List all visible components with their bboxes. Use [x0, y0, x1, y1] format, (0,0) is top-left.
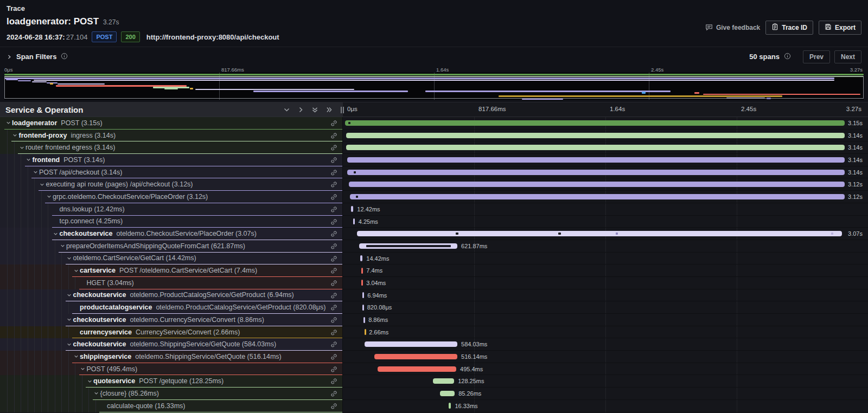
expand-chevron-icon[interactable]: [93, 391, 100, 396]
span-bar[interactable]: [346, 145, 845, 150]
expand-chevron-icon[interactable]: [4, 120, 12, 125]
span-link-icon[interactable]: [330, 328, 337, 338]
give-feedback-link[interactable]: Give feedback: [705, 21, 760, 35]
panel-resize-handle[interactable]: [341, 107, 345, 113]
span-bar[interactable]: [365, 341, 457, 347]
span-link-icon[interactable]: [330, 169, 337, 178]
span-row[interactable]: HGET (3.04ms)3.04ms: [0, 277, 868, 289]
trace-id-button[interactable]: Trace ID: [765, 21, 813, 35]
span-bar[interactable]: [362, 305, 364, 311]
span-row[interactable]: checkoutserviceoteldemo.ShippingService/…: [0, 338, 868, 351]
expand-chevron-icon[interactable]: [72, 354, 80, 359]
minimap-viewport-frame[interactable]: [4, 76, 864, 99]
span-bar[interactable]: [365, 329, 366, 335]
span-bar[interactable]: [378, 366, 456, 372]
prev-button[interactable]: Prev: [803, 50, 830, 63]
span-link-icon[interactable]: [330, 205, 337, 215]
span-row[interactable]: grpc.oteldemo.CheckoutService/PlaceOrder…: [0, 191, 868, 203]
next-button[interactable]: Next: [834, 50, 861, 63]
span-bar[interactable]: [349, 182, 845, 187]
span-row[interactable]: POST (495.4ms)495.4ms: [0, 363, 868, 376]
span-bar[interactable]: [347, 157, 845, 163]
span-row[interactable]: frontendPOST (3.14s)3.14s: [0, 154, 868, 166]
span-row[interactable]: loadgeneratorPOST (3.15s)3.15s: [0, 117, 868, 130]
expand-chevron-icon[interactable]: [45, 194, 53, 199]
expand-chevron-icon[interactable]: [52, 231, 60, 236]
span-link-icon[interactable]: [330, 402, 337, 412]
expand-one-icon[interactable]: [296, 105, 305, 114]
expand-chevron-icon[interactable]: [66, 256, 73, 261]
span-bar[interactable]: [363, 317, 365, 323]
span-link-icon[interactable]: [330, 353, 337, 363]
span-link-icon[interactable]: [330, 377, 337, 387]
span-link-icon[interactable]: [330, 119, 337, 129]
span-link-icon[interactable]: [330, 255, 337, 264]
span-row[interactable]: router frontend egress (3.14s)3.14s: [0, 141, 868, 154]
span-bar[interactable]: [353, 218, 355, 224]
expand-chevron-icon[interactable]: [31, 170, 39, 175]
span-row[interactable]: POST /api/checkout (3.14s)3.14s: [0, 166, 868, 179]
info-icon[interactable]: [61, 52, 68, 62]
span-link-icon[interactable]: [330, 267, 337, 276]
minimap-canvas[interactable]: [4, 73, 864, 100]
span-bar[interactable]: [350, 194, 845, 199]
span-link-icon[interactable]: [330, 365, 337, 375]
span-bar[interactable]: [357, 231, 841, 236]
span-bar[interactable]: [433, 378, 454, 384]
expand-chevron-icon[interactable]: [18, 145, 25, 150]
span-row[interactable]: quoteservicePOST /getquote (128.25ms)128…: [0, 375, 868, 388]
span-bar[interactable]: [351, 206, 353, 212]
expand-chevron-icon[interactable]: [72, 268, 80, 273]
span-bar[interactable]: [449, 403, 451, 409]
span-row[interactable]: cartservicePOST /oteldemo.CartService/Ge…: [0, 264, 868, 277]
span-row[interactable]: checkoutserviceoteldemo.CheckoutService/…: [0, 228, 868, 240]
span-link-icon[interactable]: [330, 292, 337, 301]
span-row[interactable]: dns.lookup (12.42ms)12.42ms: [0, 203, 868, 216]
span-link-icon[interactable]: [330, 218, 337, 228]
expand-chevron-icon[interactable]: [25, 157, 33, 162]
span-bar[interactable]: [347, 170, 845, 175]
span-link-icon[interactable]: [330, 144, 337, 153]
span-link-icon[interactable]: [330, 242, 337, 252]
span-bar[interactable]: [346, 133, 845, 138]
trace-minimap[interactable]: 0μs817.66ms1.64s2.45s3.27s: [0, 66, 868, 102]
span-row[interactable]: oteldemo.CartService/GetCart (14.42ms)14…: [0, 253, 868, 265]
expand-chevron-icon[interactable]: [59, 243, 66, 248]
expand-chevron-icon[interactable]: [11, 133, 19, 138]
span-row[interactable]: checkoutserviceoteldemo.ProductCatalogSe…: [0, 289, 868, 302]
span-row[interactable]: frontend-proxyingress (3.14s)3.14s: [0, 130, 868, 142]
expand-chevron-icon[interactable]: [79, 366, 87, 371]
span-bar[interactable]: [374, 354, 457, 359]
span-bar[interactable]: [345, 120, 845, 126]
span-filters-toggle[interactable]: Span Filters: [7, 52, 68, 62]
expand-chevron-icon[interactable]: [66, 342, 73, 347]
span-bar[interactable]: [440, 391, 455, 396]
span-link-icon[interactable]: [330, 316, 337, 326]
expand-chevron-icon[interactable]: [86, 379, 93, 384]
span-link-icon[interactable]: [330, 180, 337, 190]
span-row[interactable]: calculate-quote (16.33ms)16.33ms: [0, 400, 868, 412]
span-link-icon[interactable]: [330, 340, 337, 350]
span-link-icon[interactable]: [330, 230, 337, 240]
span-row[interactable]: checkoutserviceoteldemo.CurrencyService/…: [0, 314, 868, 326]
span-row[interactable]: tcp.connect (4.25ms)4.25ms: [0, 216, 868, 228]
export-button[interactable]: Export: [819, 21, 861, 35]
span-row[interactable]: currencyserviceCurrencyService/Convert (…: [0, 326, 868, 339]
info-icon[interactable]: [784, 52, 791, 62]
span-row[interactable]: prepareOrderItemsAndShippingQuoteFromCar…: [0, 240, 868, 253]
span-bar[interactable]: [361, 280, 363, 286]
expand-chevron-icon[interactable]: [39, 182, 46, 187]
span-link-icon[interactable]: [330, 132, 337, 141]
span-link-icon[interactable]: [330, 304, 337, 313]
span-row[interactable]: shippingserviceoteldemo.ShippingService/…: [0, 351, 868, 363]
span-bar[interactable]: [360, 255, 362, 261]
expand-chevron-icon[interactable]: [66, 317, 73, 322]
span-link-icon[interactable]: [330, 390, 337, 399]
span-row[interactable]: executing api route (pages) /api/checkou…: [0, 178, 868, 191]
expand-all-icon[interactable]: [324, 105, 333, 114]
span-row[interactable]: productcatalogserviceoteldemo.ProductCat…: [0, 301, 868, 314]
collapse-one-icon[interactable]: [282, 105, 291, 114]
span-link-icon[interactable]: [330, 193, 337, 203]
span-link-icon[interactable]: [330, 279, 337, 289]
collapse-all-icon[interactable]: [310, 105, 319, 114]
